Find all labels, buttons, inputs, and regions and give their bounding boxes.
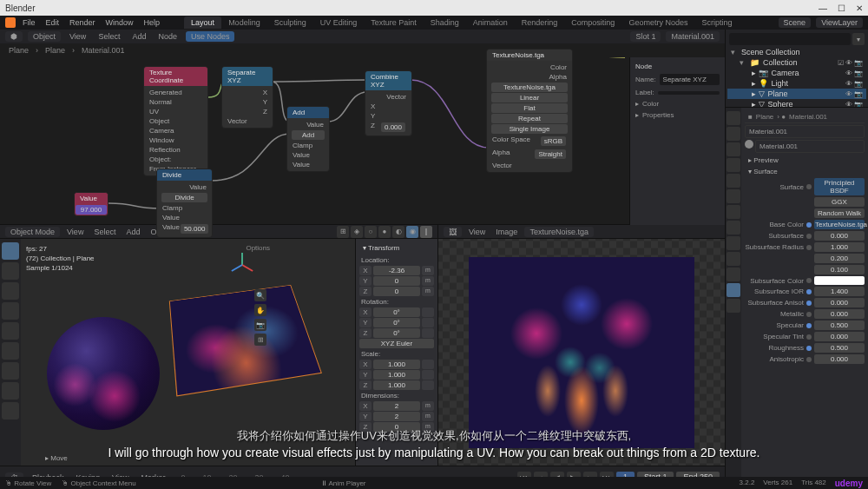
surface-section[interactable]: ▾ Surface bbox=[745, 166, 865, 177]
close-button[interactable]: ✕ bbox=[856, 3, 863, 13]
viewlayer-selector[interactable]: ViewLayer bbox=[816, 17, 863, 28]
panel-color[interactable]: ▸ Color bbox=[634, 98, 721, 109]
tool-cursor[interactable] bbox=[2, 262, 19, 280]
loc-z[interactable]: 0 bbox=[373, 287, 420, 296]
image-canvas[interactable] bbox=[438, 239, 725, 466]
bc-object[interactable]: Plane bbox=[9, 46, 29, 55]
use-nodes-toggle[interactable]: Use Nodes bbox=[186, 31, 235, 42]
pause-render-icon[interactable]: ‖ bbox=[420, 226, 432, 238]
tool-transform[interactable] bbox=[2, 342, 19, 360]
tree-sphere[interactable]: ▸ ▽ Sphere👁 📷 bbox=[727, 99, 866, 108]
tool-add[interactable] bbox=[2, 402, 19, 420]
zoom-icon[interactable]: 🔍 bbox=[254, 289, 266, 301]
perspective-icon[interactable]: ⊞ bbox=[254, 334, 266, 346]
filter-icon[interactable]: ▾ bbox=[852, 33, 865, 45]
sss-method[interactable]: Random Walk bbox=[814, 208, 865, 218]
tab-rendering[interactable]: Rendering bbox=[515, 17, 565, 29]
ptab-viewlayer[interactable] bbox=[727, 142, 740, 156]
vp-shade-rendered-icon[interactable]: ◉ bbox=[406, 226, 418, 238]
roughness[interactable]: 0.500 bbox=[814, 343, 865, 353]
loc-x[interactable]: -2.36 bbox=[373, 266, 420, 275]
base-color[interactable]: TextureNoise.tga bbox=[814, 220, 865, 229]
ptab-material[interactable] bbox=[727, 283, 740, 297]
ptab-constraints[interactable] bbox=[727, 252, 740, 266]
ptab-world[interactable] bbox=[727, 174, 740, 188]
slot-selector[interactable]: Slot 1 bbox=[630, 31, 661, 42]
ptab-physics[interactable] bbox=[727, 236, 740, 250]
editor-type-selector[interactable]: ⬢ bbox=[5, 31, 23, 42]
sss-color[interactable] bbox=[814, 276, 865, 285]
tab-compositing[interactable]: Compositing bbox=[564, 17, 621, 29]
maximize-button[interactable]: ☐ bbox=[838, 3, 845, 13]
vp-menu-select[interactable]: Select bbox=[90, 228, 119, 236]
img-editor-type[interactable]: 🖼 bbox=[444, 227, 462, 237]
tool-scale[interactable] bbox=[2, 322, 19, 340]
material-selector[interactable]: Material.001 bbox=[666, 31, 720, 42]
tab-shading[interactable]: Shading bbox=[424, 17, 466, 29]
node-separate-xyz[interactable]: Separate XYZ X Y Z Vector bbox=[221, 66, 273, 129]
img-menu-image[interactable]: Image bbox=[492, 228, 521, 236]
nav-gizmo[interactable] bbox=[225, 248, 260, 282]
panel-properties[interactable]: ▸ Properties bbox=[634, 109, 721, 121]
img-selector[interactable]: TextureNoise.tga bbox=[524, 227, 594, 237]
pan-icon[interactable]: ✋ bbox=[254, 304, 266, 316]
node-texture-coordinate[interactable]: Texture Coordinate Generated Normal UV O… bbox=[143, 66, 208, 176]
ptab-scene[interactable] bbox=[727, 158, 740, 172]
tool-annotate[interactable] bbox=[2, 362, 19, 380]
node-canvas[interactable]: Texture Coordinate Generated Normal UV O… bbox=[0, 57, 725, 225]
sss-radius-z[interactable]: 0.100 bbox=[814, 265, 865, 274]
dim-y[interactable]: 2 bbox=[373, 412, 420, 421]
tab-scripting[interactable]: Scripting bbox=[694, 17, 739, 29]
ptab-modifiers[interactable] bbox=[727, 205, 740, 219]
menu-render[interactable]: Render bbox=[66, 18, 99, 27]
menu-file[interactable]: File bbox=[19, 18, 39, 27]
rot-x[interactable]: 0° bbox=[373, 307, 420, 317]
scl-x[interactable]: 1.000 bbox=[373, 360, 420, 369]
camera-icon[interactable]: 📷 bbox=[254, 319, 266, 331]
shader-menu-add[interactable]: Add bbox=[128, 32, 149, 41]
tab-uv[interactable]: UV Editing bbox=[313, 17, 365, 29]
sss-ior[interactable]: 1.400 bbox=[814, 287, 865, 296]
tab-anim[interactable]: Animation bbox=[466, 17, 515, 29]
ptab-object[interactable] bbox=[727, 189, 740, 203]
material-name-input[interactable]: Material.001 bbox=[755, 140, 865, 153]
vp-overlay-icon[interactable]: ⊞ bbox=[337, 226, 349, 238]
ptab-data[interactable] bbox=[727, 268, 740, 281]
ptab-particles[interactable] bbox=[727, 221, 740, 235]
shader-menu-view[interactable]: View bbox=[66, 32, 89, 41]
material-slot[interactable]: Material.001 bbox=[745, 125, 865, 138]
vp-menu-view[interactable]: View bbox=[63, 228, 87, 236]
vp-shade-wire-icon[interactable]: ○ bbox=[365, 226, 377, 238]
tree-collection[interactable]: ▾📁 Collection☑ 👁 📷 bbox=[727, 57, 866, 68]
options-dropdown[interactable]: Options bbox=[246, 244, 270, 252]
viewport-3d-canvas[interactable]: fps: 27 (72) Collection | Plane Sample 1… bbox=[21, 239, 355, 466]
loc-y[interactable]: 0 bbox=[373, 276, 420, 286]
ptab-output[interactable] bbox=[727, 127, 740, 141]
menu-help[interactable]: Help bbox=[141, 18, 164, 27]
node-name-input[interactable]: Separate XYZ bbox=[660, 74, 720, 85]
vp-mode[interactable]: Object Mode bbox=[5, 227, 60, 237]
transform-header[interactable]: ▾ Transform bbox=[359, 242, 434, 254]
subsurface[interactable]: 0.000 bbox=[814, 231, 865, 241]
node-combine-xyz[interactable]: Combine XYZ Vector X Y Z0.000 bbox=[365, 70, 412, 136]
spec-tint[interactable]: 0.000 bbox=[814, 332, 865, 341]
specular[interactable]: 0.500 bbox=[814, 320, 865, 330]
sss-radius-x[interactable]: 1.000 bbox=[814, 242, 865, 252]
menu-edit[interactable]: Edit bbox=[43, 18, 63, 27]
tab-sculpting[interactable]: Sculpting bbox=[267, 17, 313, 29]
vp-shade-solid-icon[interactable]: ● bbox=[378, 226, 391, 238]
scl-y[interactable]: 1.000 bbox=[373, 370, 420, 380]
tree-scene-collection[interactable]: ▾Scene Collection bbox=[727, 47, 866, 57]
rotation-mode[interactable]: XYZ Euler bbox=[359, 339, 434, 348]
node-math-add[interactable]: Add Value Add Clamp Value Value bbox=[286, 106, 330, 172]
sss-aniso[interactable]: 0.000 bbox=[814, 298, 865, 307]
node-label-input[interactable] bbox=[658, 91, 720, 95]
node-image-texture[interactable]: TextureNoise.tga Color Alpha TextureNois… bbox=[486, 49, 573, 173]
tab-layout[interactable]: Layout bbox=[184, 17, 221, 29]
tab-geonodes[interactable]: Geometry Nodes bbox=[621, 17, 694, 29]
distribution[interactable]: GGX bbox=[814, 197, 865, 207]
node-math-divide[interactable]: Divide Value Divide Clamp Value Value50.… bbox=[156, 169, 213, 238]
tree-light[interactable]: ▸ 💡 Light👁 📷 bbox=[727, 78, 866, 89]
tool-rotate[interactable] bbox=[2, 302, 19, 320]
metallic[interactable]: 0.000 bbox=[814, 309, 865, 319]
